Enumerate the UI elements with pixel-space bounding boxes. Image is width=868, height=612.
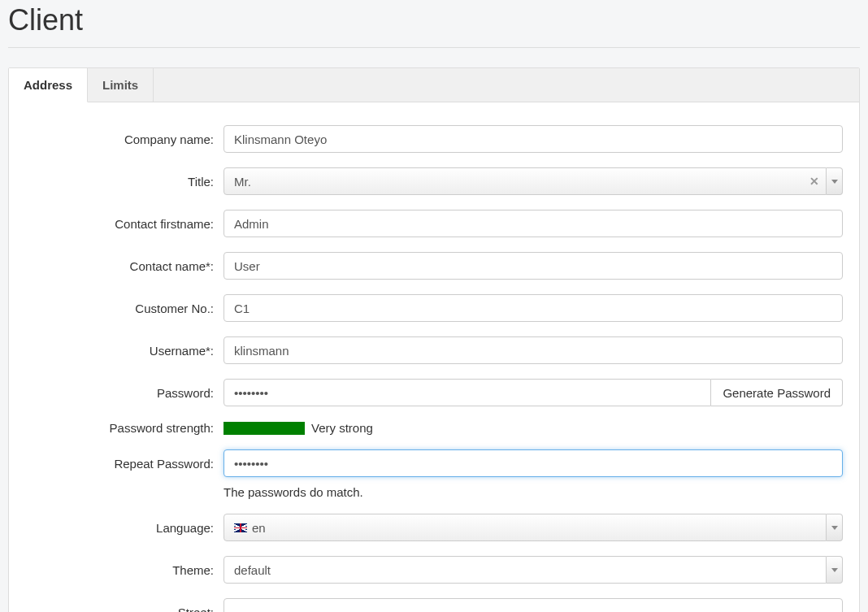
tabs-container: Address Limits Company name: Title: Mr.	[8, 67, 860, 612]
close-icon[interactable]: ✕	[809, 175, 819, 188]
tab-limits[interactable]: Limits	[88, 68, 154, 102]
password-input[interactable]	[224, 379, 711, 406]
company-name-label: Company name:	[17, 132, 224, 146]
repeat-password-label: Repeat Password:	[17, 457, 224, 471]
title-select[interactable]: Mr. ✕	[224, 167, 843, 195]
chevron-down-icon[interactable]	[827, 514, 843, 541]
tabs: Address Limits	[9, 68, 859, 102]
password-match-text: The passwords do match.	[224, 485, 363, 499]
tab-content-address: Company name: Title: Mr. ✕	[9, 102, 859, 612]
chevron-down-icon[interactable]	[827, 167, 843, 195]
password-strength-label: Password strength:	[17, 421, 224, 435]
title-label: Title:	[17, 175, 224, 189]
theme-select-value: default	[234, 563, 271, 577]
customer-no-input[interactable]	[224, 294, 843, 322]
password-strength-bar	[224, 422, 305, 435]
theme-select[interactable]: default	[224, 556, 843, 584]
flag-en-icon	[234, 523, 247, 532]
contact-name-input[interactable]	[224, 252, 843, 280]
contact-name-label: Contact name*:	[17, 259, 224, 273]
customer-no-label: Customer No.:	[17, 302, 224, 315]
theme-label: Theme:	[17, 563, 224, 577]
language-select[interactable]: en	[224, 514, 843, 541]
username-label: Username*:	[17, 344, 224, 358]
username-input[interactable]	[224, 336, 843, 364]
street-label: Street:	[17, 605, 224, 613]
street-input[interactable]	[224, 598, 843, 612]
password-label: Password:	[17, 386, 224, 400]
repeat-password-input[interactable]	[224, 449, 843, 477]
company-name-input[interactable]	[224, 125, 843, 153]
contact-firstname-label: Contact firstname:	[17, 217, 224, 231]
password-strength-text: Very strong	[311, 421, 373, 435]
title-select-value: Mr.	[234, 175, 251, 189]
divider	[8, 47, 860, 48]
chevron-down-icon[interactable]	[827, 556, 843, 584]
language-label: Language:	[17, 521, 224, 535]
generate-password-button[interactable]: Generate Password	[711, 379, 843, 406]
tab-address[interactable]: Address	[9, 68, 88, 102]
contact-firstname-input[interactable]	[224, 210, 843, 237]
page-title: Client	[8, 0, 860, 47]
language-select-value: en	[252, 521, 266, 535]
